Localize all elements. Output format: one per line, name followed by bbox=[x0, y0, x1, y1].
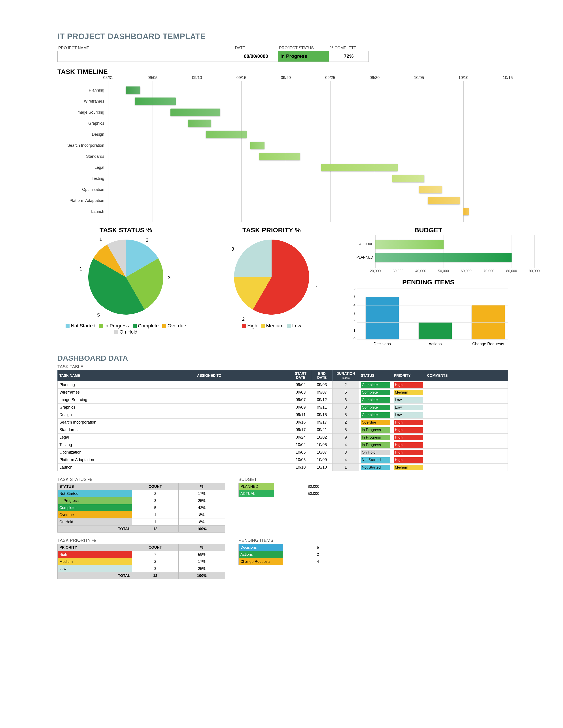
cell-end[interactable]: 10/07 bbox=[311, 449, 333, 456]
cell-status[interactable]: On Hold bbox=[359, 449, 392, 456]
cell-duration: 2 bbox=[333, 419, 359, 426]
cell-comments[interactable] bbox=[425, 464, 508, 471]
cell-name: In Progress bbox=[58, 497, 132, 504]
cell-assigned[interactable] bbox=[195, 449, 290, 456]
cell-end[interactable]: 10/02 bbox=[311, 434, 333, 441]
cell-start[interactable]: 09/07 bbox=[290, 396, 311, 404]
cell-end[interactable]: 09/03 bbox=[311, 381, 333, 389]
value-project-status[interactable]: In Progress bbox=[278, 51, 329, 62]
cell-start[interactable]: 10/06 bbox=[290, 456, 311, 464]
cell-status[interactable]: In Progress bbox=[359, 426, 392, 434]
cell-status[interactable]: Complete bbox=[359, 404, 392, 411]
task-table-header: COMMENTS bbox=[425, 370, 508, 381]
gantt-row: Platform Adaptation bbox=[57, 195, 508, 206]
cell-start[interactable]: 10/10 bbox=[290, 464, 311, 471]
table-row: PLANNED80,000 bbox=[239, 483, 353, 490]
cell-status[interactable]: Complete bbox=[359, 381, 392, 389]
cell-priority[interactable]: High bbox=[392, 456, 425, 464]
cell-start[interactable]: 09/16 bbox=[290, 419, 311, 426]
cell-status[interactable]: Complete bbox=[359, 411, 392, 419]
cell-end[interactable]: 10/10 bbox=[311, 464, 333, 471]
cell-priority[interactable]: Medium bbox=[392, 389, 425, 396]
cell-status[interactable]: Not Started bbox=[359, 456, 392, 464]
cell-end[interactable]: 09/12 bbox=[311, 396, 333, 404]
cell-assigned[interactable] bbox=[195, 441, 290, 449]
cell-comments[interactable] bbox=[425, 381, 508, 389]
cell-start[interactable]: 10/02 bbox=[290, 441, 311, 449]
cell-start[interactable]: 09/02 bbox=[290, 381, 311, 389]
pr-total-lbl: TOTAL bbox=[58, 572, 132, 579]
pending-ytick: 4 bbox=[349, 303, 356, 307]
table-row: ACTUAL50,000 bbox=[239, 490, 353, 497]
cell-priority[interactable]: High bbox=[392, 419, 425, 426]
cell-assigned[interactable] bbox=[195, 381, 290, 389]
cell-assigned[interactable] bbox=[195, 404, 290, 411]
cell-status[interactable]: Complete bbox=[359, 389, 392, 396]
budget-tick: 30,000 bbox=[393, 269, 403, 273]
cell-priority[interactable]: High bbox=[392, 441, 425, 449]
cell-start[interactable]: 09/03 bbox=[290, 389, 311, 396]
cell-start[interactable]: 09/11 bbox=[290, 411, 311, 419]
cell-task: Search Incorporation bbox=[58, 419, 195, 426]
cell-end[interactable]: 09/11 bbox=[311, 404, 333, 411]
cell-comments[interactable] bbox=[425, 449, 508, 456]
cell-status[interactable]: In Progress bbox=[359, 434, 392, 441]
cell-priority[interactable]: Medium bbox=[392, 464, 425, 471]
cell-priority[interactable]: Low bbox=[392, 411, 425, 419]
cell-comments[interactable] bbox=[425, 441, 508, 449]
cell-assigned[interactable] bbox=[195, 426, 290, 434]
cell-assigned[interactable] bbox=[195, 434, 290, 441]
task-table-header: STATUS bbox=[359, 370, 392, 381]
cell-comments[interactable] bbox=[425, 396, 508, 404]
cell-assigned[interactable] bbox=[195, 389, 290, 396]
cell-end[interactable]: 09/07 bbox=[311, 389, 333, 396]
cell-comments[interactable] bbox=[425, 419, 508, 426]
cell-assigned[interactable] bbox=[195, 419, 290, 426]
cell-comments[interactable] bbox=[425, 411, 508, 419]
cell-comments[interactable] bbox=[425, 426, 508, 434]
cell-name: Complete bbox=[58, 504, 132, 511]
cell-assigned[interactable] bbox=[195, 396, 290, 404]
cell-comments[interactable] bbox=[425, 389, 508, 396]
cell-priority[interactable]: Low bbox=[392, 404, 425, 411]
pending-table-title: PENDING ITEMS bbox=[238, 538, 353, 543]
gantt-tick: 09/25 bbox=[325, 75, 335, 80]
cell-assigned[interactable] bbox=[195, 411, 290, 419]
table-row: Launch10/1010/101Not StartedMedium bbox=[58, 464, 508, 471]
gantt-tick: 09/30 bbox=[370, 75, 380, 80]
cell-comments[interactable] bbox=[425, 404, 508, 411]
cell-end[interactable]: 09/15 bbox=[311, 411, 333, 419]
timeline-title: TASK TIMELINE bbox=[57, 68, 508, 75]
pr-head-status: PRIORITY bbox=[58, 544, 132, 551]
cell-end[interactable]: 09/17 bbox=[311, 419, 333, 426]
cell-comments[interactable] bbox=[425, 456, 508, 464]
value-pct-complete: 72% bbox=[329, 51, 369, 62]
cell-priority[interactable]: High bbox=[392, 426, 425, 434]
cell-start[interactable]: 09/24 bbox=[290, 434, 311, 441]
cell-end[interactable]: 09/21 bbox=[311, 426, 333, 434]
cell-start[interactable]: 09/17 bbox=[290, 426, 311, 434]
cell-status[interactable]: Complete bbox=[359, 396, 392, 404]
cell-comments[interactable] bbox=[425, 434, 508, 441]
cell-name: Medium bbox=[58, 558, 132, 565]
status-table-title: TASK STATUS % bbox=[57, 477, 225, 482]
cell-priority[interactable]: High bbox=[392, 449, 425, 456]
cell-priority[interactable]: High bbox=[392, 381, 425, 389]
cell-status[interactable]: Not Started bbox=[359, 464, 392, 471]
cell-assigned[interactable] bbox=[195, 456, 290, 464]
cell-end[interactable]: 10/09 bbox=[311, 456, 333, 464]
cell-status[interactable]: Overdue bbox=[359, 419, 392, 426]
gantt-bar bbox=[135, 98, 176, 105]
cell-end[interactable]: 10/05 bbox=[311, 441, 333, 449]
cell-status[interactable]: In Progress bbox=[359, 441, 392, 449]
cell-priority[interactable]: High bbox=[392, 434, 425, 441]
value-date[interactable]: 00/00/0000 bbox=[234, 51, 278, 62]
cell-assigned[interactable] bbox=[195, 464, 290, 471]
cell-duration: 2 bbox=[333, 381, 359, 389]
table-row: Search Incorporation09/1609/172OverdueHi… bbox=[58, 419, 508, 426]
cell-start[interactable]: 09/09 bbox=[290, 404, 311, 411]
value-project-name[interactable] bbox=[57, 51, 234, 62]
cell-start[interactable]: 10/05 bbox=[290, 449, 311, 456]
pr-total-pct: 100% bbox=[179, 572, 225, 579]
cell-priority[interactable]: Low bbox=[392, 396, 425, 404]
